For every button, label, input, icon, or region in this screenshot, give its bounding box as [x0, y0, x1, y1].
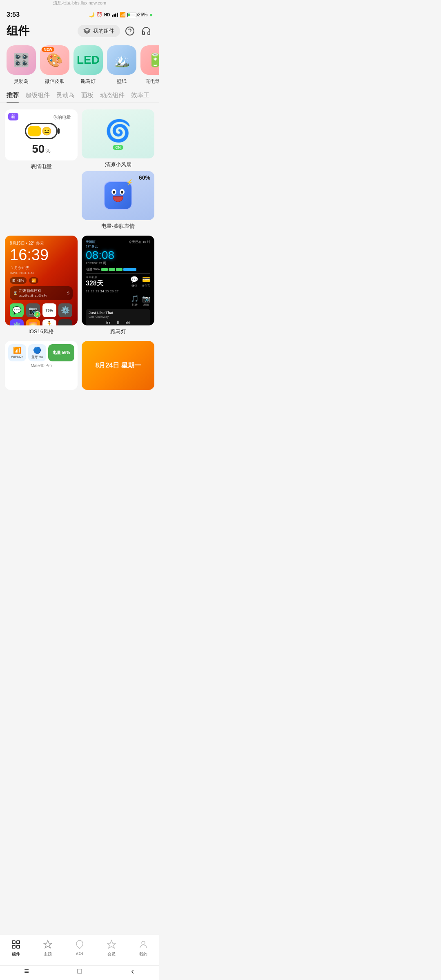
layers-icon — [83, 27, 91, 35]
category-wallpaper[interactable]: 🏔️ 壁纸 — [107, 45, 136, 85]
signal-hd: HD — [104, 13, 110, 17]
bloat-mouth — [113, 196, 123, 202]
runlight-location: 天河区 — [86, 240, 98, 244]
tab-efficiency[interactable]: 效率工 — [131, 91, 149, 102]
fan-icon: 🌀 — [105, 118, 131, 143]
category-charge[interactable]: 🔋 充电动画 — [140, 45, 159, 85]
battery-your-label: 你的电量 — [53, 114, 71, 120]
widget-row-bloat: 60% ⚡ — [0, 171, 159, 236]
help-button[interactable] — [123, 24, 136, 38]
ios16-wechat-icon: 💬 — [10, 303, 24, 317]
battery-percent: 26% — [138, 12, 148, 18]
ios16-widget-name: iOS16风格 — [5, 325, 78, 336]
widget-ios16[interactable]: 8月15日 • 22° 多云 16:39 ☽ 月余10天 HAVE NICE D… — [5, 236, 78, 336]
runlight-date: 2023/02 23 周二 — [86, 261, 150, 265]
emoji-battery-display: 😐 😐 — [25, 123, 58, 139]
battery-value: 50 — [32, 143, 45, 156]
wifi-icon: 📶 — [120, 12, 126, 18]
fan-widget-name: 清凉小风扇 — [82, 158, 154, 169]
runlight-widget-name: 跑马灯 — [82, 325, 154, 336]
runlight-time: 08:08 — [86, 249, 150, 261]
status-bar: 3:53 🌙 ⏰ HD 📶 26% ● — [0, 8, 159, 20]
widget-row-1: 新 你的电量 😐 😐 50 % 表情电量 — [0, 109, 159, 174]
widget-control-center[interactable]: 📶 WIFI:On 🔵 蓝牙:On 电量 56% Mate40 Pro — [5, 341, 78, 390]
headset-button[interactable] — [140, 24, 153, 38]
alarm-icon: ⏰ — [96, 12, 102, 18]
runlight-days: 328天 — [86, 279, 117, 288]
runlight-music: Just Like That Otis Galloway ⏮ ⏸ ⏭ — [86, 309, 150, 325]
new-tag: 新 — [8, 113, 18, 120]
category-led[interactable]: LED 跑马灯 — [74, 45, 103, 85]
category-scroll: 🎛️ 灵动岛 🎨 NEW 微信皮肤 LED 跑马灯 🏔️ 壁纸 🔋 充电动画 🎧 — [0, 44, 159, 91]
ios16-photos-icon: 🌅 — [26, 319, 40, 325]
widget-battery[interactable]: 新 你的电量 😐 😐 50 % 表情电量 — [5, 109, 78, 171]
bloat-face-icon: ⚡ — [104, 181, 132, 210]
tab-super[interactable]: 超级组件 — [25, 91, 50, 102]
signal-bars — [112, 13, 118, 17]
tab-recommend[interactable]: 推荐 — [7, 91, 19, 102]
wifi-on-label: WIFI:On — [11, 355, 23, 359]
battery-indicator — [127, 13, 136, 17]
widget-fan[interactable]: 🌀 ON 清凉小风扇 — [82, 109, 154, 169]
widget-row-large: 8月15日 • 22° 多云 16:39 ☽ 月余10天 HAVE NICE D… — [0, 236, 159, 341]
ios16-time: 16:39 — [10, 247, 73, 264]
bloat-widget-name: 电量-膨胀表情 — [82, 220, 154, 231]
ctrl-battery: 电量 56% — [48, 344, 74, 361]
ios16-subtitle: HAVE NICE DAY — [10, 271, 73, 275]
music-next-icon[interactable]: ⏭ — [125, 320, 130, 325]
tab-lingdong[interactable]: 灵动岛 — [56, 91, 75, 102]
header: 组件 我的组件 — [0, 20, 159, 44]
ios16-steps-widget: 🏃 9999 — [42, 319, 56, 325]
category-lingdong[interactable]: 🎛️ 灵动岛 — [7, 45, 36, 85]
ios16-camera-icon: 📷 ⚡ — [26, 303, 40, 317]
ios16-settings-icon: ⚙️ — [58, 303, 72, 317]
my-components-button[interactable]: 我的组件 — [78, 25, 120, 37]
music-prev-icon[interactable]: ⏮ — [106, 320, 111, 325]
header-actions: 我的组件 — [78, 24, 153, 38]
battery-widget-name: 表情电量 — [5, 160, 78, 171]
runlight-date-row: 21222324252627 — [86, 290, 150, 293]
ios16-battery-widget: 75% — [42, 303, 56, 317]
ctrl-bluetooth: 🔵 蓝牙:On — [28, 344, 46, 361]
widget-bloat[interactable]: 60% ⚡ — [82, 171, 154, 231]
widget-col-2: 🌀 ON 清凉小风扇 — [82, 109, 154, 171]
calendar-date: 8月24日 星期一 — [95, 361, 140, 370]
tab-navigation: 推荐 超级组件 灵动岛 面板 动态组件 效率工 — [0, 91, 159, 103]
status-icons: 🌙 ⏰ HD 📶 26% ● — [89, 11, 153, 18]
category-wechat-skin[interactable]: 🎨 NEW 微信皮肤 — [40, 45, 69, 85]
green-dot: ● — [149, 11, 153, 18]
widget-calendar[interactable]: 8月24日 星期一 — [82, 341, 154, 390]
widget-runlight[interactable]: 天河区 28° 多云 今天已在 10 时 08:08 2023/02 23 周二… — [82, 236, 154, 336]
tab-dynamic[interactable]: 动态组件 — [100, 91, 125, 102]
ctrl-wifi: 📶 WIFI:On — [8, 344, 26, 361]
ios16-date: 8月15日 • 22° 多云 — [10, 241, 73, 246]
my-components-label: 我的组件 — [93, 27, 114, 35]
new-badge: NEW — [42, 47, 54, 52]
fan-on-label: ON — [113, 145, 123, 150]
moon-icon: 🌙 — [89, 12, 95, 18]
page-title: 组件 — [7, 23, 29, 39]
main-content: 新 你的电量 😐 😐 50 % 表情电量 — [0, 109, 159, 472]
music-pause-icon[interactable]: ⏸ — [116, 320, 120, 325]
ios16-settings2-icon: ⚙️ — [10, 319, 24, 325]
bloat-percent: 60% — [139, 174, 150, 181]
ctrl-device-name: Mate40 Pro — [8, 363, 74, 368]
tab-panel[interactable]: 面板 — [81, 91, 94, 102]
status-time: 3:53 — [7, 11, 20, 18]
website-bar: 流星社区·bbs.liuxingw.com — [0, 0, 159, 8]
widget-row-small: 📶 WIFI:On 🔵 蓝牙:On 电量 56% Mate40 Pro — [0, 341, 159, 423]
